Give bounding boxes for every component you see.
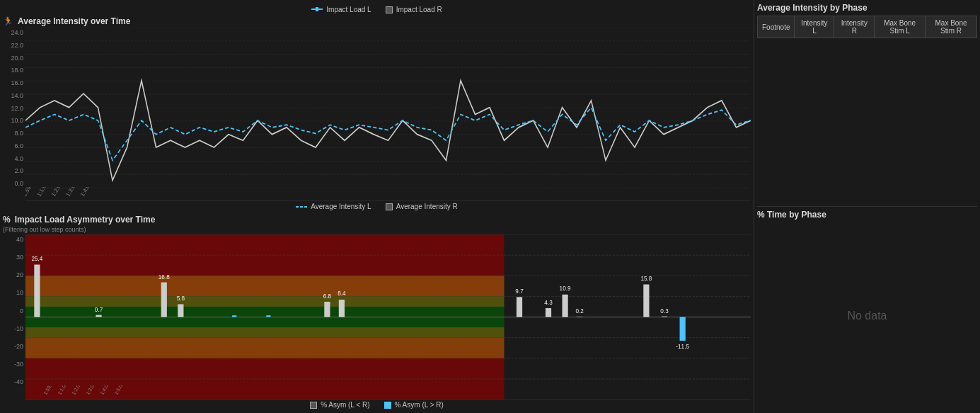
svg-rect-52 <box>339 300 345 317</box>
legend-impact-r-icon <box>386 6 393 13</box>
left-panel: Impact Load L Impact Load R 🏃 Average In… <box>0 0 754 413</box>
svg-rect-60 <box>577 317 582 317</box>
impact-load-legend: % Asym (L < R) % Asym (L > R) <box>3 400 751 410</box>
legend-impact-l: Impact Load L <box>311 6 371 13</box>
legend-impact-r-label: Impact Load R <box>396 6 442 13</box>
col-max-bone-l: Max Bone Stim L <box>875 16 926 38</box>
svg-rect-46 <box>178 304 183 317</box>
right-bottom-title: % Time by Phase <box>757 210 977 220</box>
impact-load-subtitle: (Filtering out low step counts) <box>3 226 751 233</box>
avg-intensity-x-axis: 1:59:00 1:1:00 1:2:00 1:3:00 1:4:00 <box>25 187 751 201</box>
svg-rect-40 <box>34 265 40 317</box>
avg-intensity-legend: Average Intensity L Average Intensity R <box>3 201 751 212</box>
svg-text:0.7: 0.7 <box>95 306 103 314</box>
percent-icon: % <box>3 215 11 225</box>
svg-text:1:4:00: 1:4:00 <box>79 187 93 198</box>
legend-avg-r-icon <box>386 203 393 210</box>
col-intensity-l: Intensity L <box>795 16 834 38</box>
svg-rect-48 <box>232 315 236 317</box>
svg-rect-24 <box>25 296 505 307</box>
svg-text:16.8: 16.8 <box>158 273 170 281</box>
legend-asym-l-r-icon <box>310 402 317 409</box>
svg-rect-64 <box>662 317 667 317</box>
impact-load-y-axis: 40 30 20 10 0 -10 -20 -30 -40 <box>3 234 25 400</box>
no-data-label: No data <box>757 222 977 411</box>
svg-rect-58 <box>563 295 568 317</box>
avg-intensity-chart: 1:59:00 1:1:00 1:2:00 1:3:00 1:4:00 <box>25 28 751 201</box>
runner-icon: 🏃 <box>3 16 13 26</box>
phase-table: Footnote Intensity L Intensity R Max Bon… <box>757 16 977 38</box>
legend-impact-l-label: Impact Load L <box>326 6 371 13</box>
top-legend: Impact Load L Impact Load R <box>3 3 751 16</box>
right-top-title: Average Intensity by Phase <box>757 3 977 13</box>
svg-text:-11.5: -11.5 <box>676 342 689 350</box>
avg-intensity-title: 🏃 Average Intensity over Time <box>3 16 751 26</box>
svg-text:1:5:00: 1:5:00 <box>113 385 125 396</box>
svg-text:1:2:00: 1:2:00 <box>71 385 82 396</box>
svg-rect-23 <box>25 276 505 296</box>
svg-rect-27 <box>25 317 505 328</box>
right-panel: Average Intensity by Phase Footnote Inte… <box>754 0 980 413</box>
legend-avg-r: Average Intensity R <box>386 203 458 210</box>
right-top-section: Average Intensity by Phase Footnote Inte… <box>757 3 977 207</box>
svg-text:10.9: 10.9 <box>560 285 571 293</box>
svg-text:1:1:00: 1:1:00 <box>57 385 68 396</box>
impact-load-title: % Impact Load Asymmetry over Time <box>3 215 751 225</box>
impact-load-chart: 25.4 0.7 16.8 5.8 <box>25 234 751 400</box>
avg-intensity-y-axis: 24.0 22.0 20.0 18.0 16.0 14.0 12.0 10.0 … <box>3 28 25 201</box>
svg-text:1:59:00: 1:59:00 <box>25 187 37 198</box>
svg-text:8.4: 8.4 <box>338 290 345 298</box>
right-bottom-section: % Time by Phase No data <box>757 207 977 411</box>
svg-rect-50 <box>324 302 330 317</box>
svg-text:6.8: 6.8 <box>323 292 331 300</box>
svg-text:1:2:00: 1:2:00 <box>50 187 64 198</box>
svg-text:0.2: 0.2 <box>575 307 583 315</box>
svg-text:1:3:00: 1:3:00 <box>64 187 79 198</box>
svg-rect-56 <box>546 308 551 317</box>
svg-rect-42 <box>96 315 101 317</box>
main-container: Impact Load L Impact Load R 🏃 Average In… <box>0 0 980 413</box>
svg-rect-1 <box>316 7 318 11</box>
svg-text:1:59:00: 1:59:00 <box>42 385 55 396</box>
svg-text:1:3:00: 1:3:00 <box>85 385 96 396</box>
svg-text:4.3: 4.3 <box>544 299 552 307</box>
svg-text:1:4:00: 1:4:00 <box>99 385 110 396</box>
legend-avg-l: Average Intensity L <box>296 203 371 210</box>
svg-rect-44 <box>161 283 167 317</box>
svg-text:9.7: 9.7 <box>515 287 523 295</box>
svg-rect-49 <box>266 315 270 317</box>
svg-rect-66 <box>680 317 686 341</box>
svg-text:5.8: 5.8 <box>177 295 185 302</box>
svg-rect-62 <box>643 284 649 317</box>
svg-text:0.3: 0.3 <box>660 307 668 315</box>
legend-impact-r: Impact Load R <box>386 6 442 13</box>
legend-asym-l-r-2: % Asym (L > R) <box>384 401 444 409</box>
svg-text:1:1:00: 1:1:00 <box>35 187 50 198</box>
svg-rect-54 <box>517 297 522 317</box>
impact-load-x-axis: 1:59:00 1:1:00 1:2:00 1:3:00 1:4:00 1:5:… <box>25 385 751 400</box>
col-max-bone-r: Max Bone Stim R <box>926 16 977 38</box>
svg-rect-29 <box>25 338 505 358</box>
legend-asym-l-r: % Asym (L < R) <box>310 401 369 409</box>
col-footnote: Footnote <box>758 16 795 38</box>
col-intensity-r: Intensity R <box>834 16 875 38</box>
svg-rect-28 <box>25 327 505 338</box>
legend-asym-l-r-2-icon <box>384 402 391 409</box>
svg-text:25.4: 25.4 <box>31 255 42 263</box>
svg-text:15.8: 15.8 <box>640 275 652 283</box>
